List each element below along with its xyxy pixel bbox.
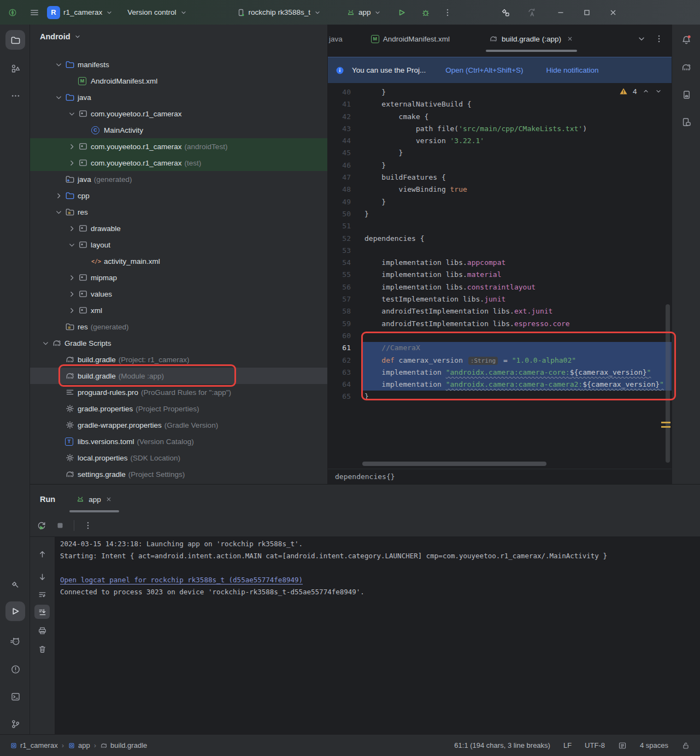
breadcrumb-r1-camerax[interactable]: r1_camerax <box>10 741 58 749</box>
chevron-right-icon[interactable] <box>65 273 78 282</box>
caret-position[interactable]: 61:1 (194 chars, 3 line breaks) <box>454 741 550 749</box>
more-tool-windows-icon[interactable] <box>5 86 25 105</box>
stop-icon[interactable] <box>55 521 65 530</box>
tree-item-layout[interactable]: layout <box>30 237 328 253</box>
print-icon[interactable] <box>34 623 50 637</box>
run-tool-button[interactable] <box>5 601 25 621</box>
running-devices-icon[interactable] <box>679 114 694 129</box>
minimize-button[interactable] <box>553 8 568 17</box>
chevron-down-icon[interactable] <box>65 240 78 250</box>
tree-item-java-generated[interactable]: java(generated) <box>30 171 328 187</box>
logcat-tool-button[interactable] <box>5 632 25 652</box>
tab-list-chevron-icon[interactable] <box>637 34 646 44</box>
close-run-tab-icon[interactable] <box>105 495 113 503</box>
project-widget[interactable]: R r1_camerax <box>47 6 113 19</box>
tree-item-xml[interactable]: xml <box>30 302 328 318</box>
chevron-down-icon[interactable] <box>52 60 65 69</box>
tab-build-gradle[interactable]: build.gradle (:app) <box>483 25 580 53</box>
debug-button[interactable] <box>421 8 431 17</box>
tree-item-mainactivity[interactable]: CMainActivity <box>30 122 328 138</box>
tree-item-gradle-scripts[interactable]: Gradle Scripts <box>30 335 328 351</box>
indent-setting[interactable]: 4 spaces <box>640 741 668 749</box>
tree-item-settings-gradle-project-settings[interactable]: settings.gradle(Project Settings) <box>30 466 328 482</box>
file-encoding[interactable]: UTF-8 <box>585 741 605 749</box>
editor-breadcrumbs[interactable]: dependencies{} <box>328 469 672 484</box>
tree-item-build-gradle-project-r1-camerax[interactable]: build.gradle(Project: r1_camerax) <box>30 351 328 368</box>
chevron-down-icon[interactable] <box>52 208 65 217</box>
tree-item-manifests[interactable]: manifests <box>30 56 328 73</box>
console-link-line[interactable]: Open logcat panel for rockchip rk3588s_t… <box>60 574 694 586</box>
breadcrumb-build-gradle[interactable]: build.gradle <box>100 741 147 749</box>
tree-item-build-gradle-module-app[interactable]: build.gradle(Module :app) <box>30 368 328 384</box>
run-button[interactable] <box>397 8 407 17</box>
editor-horizontal-scrollbar[interactable] <box>362 462 546 466</box>
chevron-right-icon[interactable] <box>65 142 78 151</box>
tree-item-proguard-rules-pro-proguard-rules-for-app[interactable]: proguard-rules.pro(ProGuard Rules for ":… <box>30 384 328 400</box>
prev-occurrence-icon[interactable] <box>34 547 50 561</box>
notification-open-link[interactable]: Open (Ctrl+Alt+Shift+S) <box>445 66 523 74</box>
tree-item-mipmap[interactable]: mipmap <box>30 269 328 286</box>
chevron-right-icon[interactable] <box>65 224 78 233</box>
tree-item-res-generated[interactable]: res(generated) <box>30 318 328 335</box>
run-console[interactable]: 2024-03-15 14:23:18: Launching app on 'r… <box>60 538 694 598</box>
tab-java[interactable]: java <box>328 25 349 53</box>
reader-mode-icon[interactable] <box>618 741 627 750</box>
maximize-button[interactable] <box>579 8 595 17</box>
gradle-tool-button[interactable] <box>679 60 694 75</box>
tree-item-gradle-wrapper-properties-gradle-version[interactable]: gradle-wrapper.properties(Gradle Version… <box>30 417 328 433</box>
main-menu-icon[interactable] <box>30 8 39 17</box>
problems-tool-button[interactable] <box>5 659 25 679</box>
git-tool-button[interactable] <box>5 714 25 734</box>
device-manager-icon[interactable] <box>679 87 694 102</box>
status-breadcrumbs[interactable]: r1_camerax›app›build.gradle <box>10 741 147 749</box>
tab-options-icon[interactable] <box>654 34 664 44</box>
notification-hide-link[interactable]: Hide notification <box>546 66 599 74</box>
run-tab-app[interactable]: app <box>76 485 113 514</box>
chevron-right-icon[interactable] <box>65 290 78 299</box>
tree-item-androidmanifest-xml[interactable]: MAndroidManifest.xml <box>30 73 328 89</box>
device-selector[interactable]: rockchip rk3588s_t <box>237 8 321 17</box>
build-hammer-icon[interactable] <box>501 8 510 17</box>
tree-item-drawable[interactable]: drawable <box>30 220 328 237</box>
close-button[interactable] <box>605 8 621 17</box>
scroll-to-end-icon[interactable] <box>34 605 50 619</box>
more-actions-icon[interactable] <box>443 8 452 17</box>
tab-androidmanifest[interactable]: M AndroidManifest.xml <box>364 25 456 53</box>
terminal-tool-button[interactable] <box>5 687 25 706</box>
warning-stripe-mark[interactable] <box>661 426 670 428</box>
breadcrumb-app[interactable]: app <box>68 741 90 749</box>
resource-manager-icon[interactable] <box>5 58 25 78</box>
editor-vertical-scrollbar[interactable] <box>666 304 670 463</box>
tree-item-com-youyeetoo-r1-camerax[interactable]: com.youyeetoo.r1_camerax <box>30 105 328 122</box>
warning-stripe-mark[interactable] <box>661 422 670 423</box>
tree-item-local-properties-sdk-location[interactable]: local.properties(SDK Location) <box>30 450 328 466</box>
chevron-right-icon[interactable] <box>52 191 65 200</box>
code-editor[interactable]: 40 }41 externalNativeBuild {42 cmake {43… <box>328 86 672 403</box>
clear-all-icon[interactable] <box>34 642 50 656</box>
chevron-right-icon[interactable] <box>65 158 78 168</box>
chevron-right-icon[interactable] <box>65 306 78 315</box>
run-config-selector[interactable]: app <box>346 8 382 17</box>
tree-item-gradle-properties-project-properties[interactable]: gradle.properties(Project Properties) <box>30 400 328 417</box>
tree-item-com-youyeetoo-r1-camerax-androidtest[interactable]: com.youyeetoo.r1_camerax(androidTest) <box>30 138 328 155</box>
unlock-icon[interactable] <box>681 741 690 750</box>
tree-item-com-youyeetoo-r1-camerax-test[interactable]: com.youyeetoo.r1_camerax(test) <box>30 155 328 171</box>
build-tool-button[interactable] <box>5 575 25 595</box>
project-tool-button[interactable] <box>5 30 25 50</box>
chevron-down-icon[interactable] <box>39 339 52 348</box>
tree-item-cpp[interactable]: cpp <box>30 187 328 204</box>
tree-item-values[interactable]: values <box>30 286 328 302</box>
tree-item-activity-main-xml[interactable]: </>activity_main.xml <box>30 253 328 269</box>
console-options-icon[interactable] <box>83 521 93 530</box>
chevron-down-icon[interactable] <box>52 93 65 102</box>
editor-pane[interactable]: java M AndroidManifest.xml build.gradle … <box>328 25 672 484</box>
tree-item-libs-versions-toml-version-catalog[interactable]: Tlibs.versions.toml(Version Catalog) <box>30 433 328 450</box>
notifications-bell-icon[interactable] <box>679 32 694 48</box>
line-separator[interactable]: LF <box>563 741 572 749</box>
close-tab-icon[interactable] <box>566 35 574 43</box>
next-occurrence-icon[interactable] <box>34 570 50 584</box>
project-view-selector[interactable]: Android <box>40 32 81 41</box>
chevron-down-icon[interactable] <box>65 109 78 119</box>
rerun-icon[interactable] <box>37 521 46 530</box>
soft-wrap-icon[interactable] <box>34 587 50 601</box>
